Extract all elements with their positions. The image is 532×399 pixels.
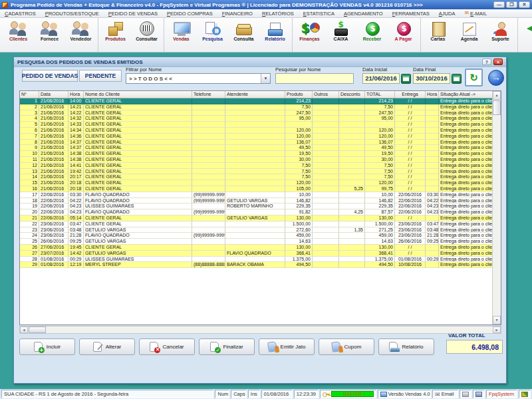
go-search-button[interactable]: → <box>488 70 504 86</box>
table-row[interactable]: 2723/07/201614:42GETULIO VARGASFLAVIO QU… <box>20 251 493 257</box>
panel-help-button[interactable]: ? <box>482 59 491 65</box>
column-header-6[interactable]: Atendente <box>225 91 285 98</box>
toolbar-button-vendas[interactable]: Vendas <box>166 19 197 51</box>
table-row[interactable]: 2526/06/201609:25GETULIO VARGAS14,6314,6… <box>20 239 493 245</box>
table-row[interactable]: 721/06/201614:36CLIENTE GERAL120,00120,0… <box>20 134 493 140</box>
alterar-button[interactable]: Alterar <box>79 338 135 355</box>
table-row[interactable]: 1221/06/201614:41CLIENTE GERAL7,507,50/ … <box>20 163 493 169</box>
printer-button[interactable] <box>460 390 471 398</box>
table-row[interactable]: 421/06/201614:32CLIENTE GERAL95,0095,00/… <box>20 116 493 122</box>
menu-item-ajuda[interactable]: AJUDA <box>434 11 460 17</box>
horizontal-scrollbar[interactable]: ◄ ► <box>19 326 501 334</box>
restore-button[interactable]: ❐ <box>506 1 517 8</box>
toolbar-button-agenda[interactable]: Agenda <box>454 19 485 51</box>
menu-item-estatistica[interactable]: ESTATISTICA <box>299 11 339 17</box>
date-start-field[interactable]: 21/06/2016 <box>362 73 400 84</box>
scroll-left-icon[interactable]: ◄ <box>20 327 28 333</box>
toolbar-button-produtos[interactable]: Produtos <box>100 19 131 51</box>
menu-item-produtos-estoque[interactable]: PRODUTOS/ESTOQUE <box>41 11 104 17</box>
toolbar-button-relat-rio[interactable]: Relatório <box>259 19 291 51</box>
table-row[interactable]: 1121/06/201614:38CLIENTE GERAL30,0030,00… <box>20 157 493 163</box>
column-header-2[interactable]: Data <box>39 91 68 98</box>
emitir-jato-button[interactable]: Emitir Jato <box>259 338 315 355</box>
table-row[interactable]: 121/06/201614:00CLIENTE GERAL214,23214,2… <box>20 98 493 104</box>
table-row[interactable]: 2627/06/201619:45CLIENTE GERAL130,00130,… <box>20 245 493 251</box>
menu-item-relat-rios[interactable]: RELATÓRIOS <box>257 11 299 17</box>
menu-item-cadastros[interactable]: CADASTROS <box>0 11 41 17</box>
menu-item-pedido-de-vendas[interactable]: PEDIDO DE VENDAS <box>104 11 162 17</box>
menu-item-agendamento[interactable]: AGENDAMENTO <box>339 11 388 17</box>
vertical-scroll-thumb[interactable] <box>493 100 501 115</box>
table-row[interactable]: 2022/06/201604:23FLAVIO QUADRADO(99)9999… <box>20 209 493 215</box>
monitor-button[interactable] <box>473 390 485 398</box>
column-header-10[interactable]: TOTAL <box>365 91 395 98</box>
column-header-11[interactable]: Entrega <box>395 91 426 98</box>
table-row[interactable]: 2223/06/201603:47CLIENTE GERAL1.500,001.… <box>20 221 493 227</box>
scroll-right-icon[interactable]: ► <box>493 327 501 333</box>
column-header-4[interactable]: Nome do Cliente <box>84 91 192 98</box>
column-header-9[interactable]: Desconto <box>339 91 365 98</box>
filter-name-dropdown[interactable]: > > T O D O S < < ▼ <box>126 73 271 84</box>
finalizar-button[interactable]: Finalizar <box>199 338 255 355</box>
toolbar-button-caixa[interactable]: CAIXA <box>325 19 356 51</box>
search-name-input[interactable] <box>275 73 354 84</box>
cupom-button[interactable]: Cupom <box>319 338 374 355</box>
toolbar-button-fornece[interactable]: Fornece <box>34 19 65 51</box>
menu-item-pedido-compras[interactable]: PEDIDO COMPRAS <box>162 11 217 17</box>
email-button[interactable]: ✉Email <box>432 390 458 398</box>
table-row[interactable]: 2901/08/201612:19MERYL STREEP(88)88888-8… <box>20 262 493 268</box>
table-row[interactable]: 321/06/201614:22CLIENTE GERAL247,50247,5… <box>20 110 493 116</box>
column-header-5[interactable]: Telefone <box>192 91 225 98</box>
table-row[interactable]: 2423/06/201621:28FLAVIO QUADRADO(99)9999… <box>20 233 493 239</box>
incluir-button[interactable]: Incluir <box>19 338 75 355</box>
table-row[interactable]: 1321/06/201619:42CLIENTE GERAL7,507,50/ … <box>20 169 493 175</box>
toolbar-button-clientes[interactable]: Clientes <box>3 19 34 51</box>
table-row[interactable]: 1021/06/201614:38CLIENTE GERAL19,5019,50… <box>20 151 493 157</box>
vertical-scrollbar[interactable]: ▲ ▼ <box>492 91 501 325</box>
table-row[interactable]: 1421/06/201620:17CLIENTE GERAL7,507,50/ … <box>20 174 493 180</box>
table-row[interactable]: 2122/06/201605:14CLIENTE GERALGETULIO VA… <box>20 215 493 221</box>
table-row[interactable]: 1922/06/201604:23ULISSES GUIMARAESROBERT… <box>20 203 493 209</box>
table-row[interactable]: 921/06/201614:37CLIENTE GERAL49,5049,50/… <box>20 145 493 151</box>
scroll-track[interactable] <box>46 327 493 333</box>
toolbar-button-vendedor[interactable]: Vendedor <box>65 19 96 51</box>
toolbar-button-pesquisa[interactable]: Pesquisa <box>197 19 228 51</box>
calendar-end-icon[interactable] <box>452 74 462 84</box>
table-row[interactable]: 221/06/201614:21CLIENTE GERAL7,507,50/ /… <box>20 104 493 110</box>
menu-item-financeiro[interactable]: FINANCEIRO <box>217 11 257 17</box>
minimize-button[interactable]: — <box>493 1 505 8</box>
table-row[interactable]: 1621/06/201620:18CLIENTE GERAL105,005,25… <box>20 186 493 192</box>
scroll-down-icon[interactable]: ▼ <box>493 316 501 325</box>
panel-close-button[interactable]: × <box>493 59 503 65</box>
column-header-13[interactable]: Situação Atual -> <box>439 91 493 98</box>
refresh-button[interactable]: ↻ <box>465 68 483 86</box>
column-header-7[interactable]: Produto <box>285 91 313 98</box>
table-row[interactable]: 1521/06/201620:18CLIENTE GERAL120,00120,… <box>20 180 493 186</box>
table-row[interactable]: 2801/08/201600:29ULISSES GUIMARAES1.375,… <box>20 257 493 263</box>
close-button[interactable]: ✕ <box>519 1 530 8</box>
column-header-3[interactable]: Hora <box>68 91 84 98</box>
toolbar-button-finan-as[interactable]: Finanças <box>294 19 325 51</box>
toolbar-button-consulta[interactable]: Consulta <box>228 19 259 51</box>
chevron-down-icon[interactable]: ▼ <box>261 74 270 83</box>
tab-pendente[interactable]: PENDENTE <box>79 70 122 82</box>
table-row[interactable]: 821/06/201614:37CLIENTE GERAL136,07136,0… <box>20 140 493 146</box>
toolbar-button-a-pagar[interactable]: A Pagar <box>388 19 419 51</box>
toolbar-button-cartas[interactable]: Cartas <box>422 19 454 51</box>
table-row[interactable]: 1822/06/201604:22FLAVIO QUADRADO(99)9999… <box>20 198 493 204</box>
table-row[interactable]: 621/06/201614:34CLIENTE GERAL120,00120,0… <box>20 128 493 134</box>
column-header-1[interactable]: Nº <box>20 91 39 98</box>
table-row[interactable]: 521/06/201614:33CLIENTE GERAL/ /Entrega … <box>20 122 493 128</box>
toolbar-button-consultar[interactable]: Consultar <box>131 19 162 51</box>
horizontal-scroll-thumb[interactable] <box>29 327 46 333</box>
column-header-12[interactable]: Hora <box>426 91 439 98</box>
date-end-field[interactable]: 30/10/2016 <box>413 73 450 84</box>
scroll-up-icon[interactable]: ▲ <box>493 91 501 100</box>
toolbar-button-exit[interactable] <box>519 19 532 51</box>
relat-rio-button[interactable]: Relatório <box>378 338 434 355</box>
table-row[interactable]: 2323/06/201603:48GETULIO VARGAS272,601,3… <box>20 227 493 233</box>
calendar-start-icon[interactable] <box>401 74 411 84</box>
toolbar-button-suporte[interactable]: Suporte <box>485 19 516 51</box>
menu-item-e-mail[interactable]: ✉E-MAIL <box>460 11 491 17</box>
toolbar-button-receber[interactable]: Receber <box>356 19 388 51</box>
